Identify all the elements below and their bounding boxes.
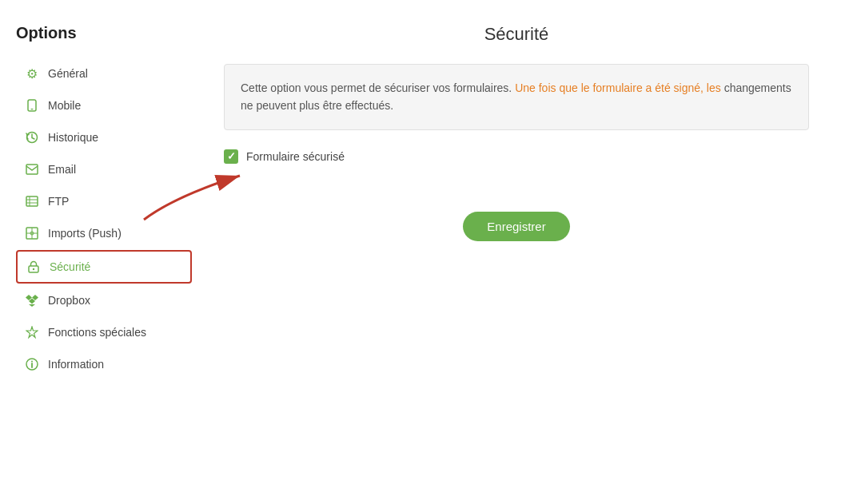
sidebar-item-label: Information xyxy=(48,358,104,371)
sidebar-item-label: Sécurité xyxy=(50,260,90,273)
sidebar-item-imports[interactable]: Imports (Push) xyxy=(16,218,192,248)
checkbox-securise[interactable] xyxy=(224,149,238,164)
svg-rect-1 xyxy=(31,109,34,109)
sidebar-item-label: FTP xyxy=(48,195,69,208)
dropbox-icon xyxy=(24,292,40,308)
save-btn-container: Enregistrer xyxy=(224,212,809,241)
sidebar-item-email[interactable]: Email xyxy=(16,154,192,185)
checkbox-row[interactable]: Formulaire sécurisé xyxy=(224,149,809,164)
sidebar-item-label: Historique xyxy=(48,131,98,144)
main-content: Sécurité Cette option vous permet de séc… xyxy=(192,16,841,488)
imports-icon xyxy=(24,225,40,241)
svg-marker-18 xyxy=(26,327,38,338)
sidebar-item-general[interactable]: ⚙ Général xyxy=(16,58,192,89)
save-button[interactable]: Enregistrer xyxy=(463,212,569,241)
sidebar-item-information[interactable]: Information xyxy=(16,349,192,379)
lock-icon xyxy=(26,259,42,275)
info-box: Cette option vous permet de sécuriser vo… xyxy=(224,64,809,130)
sidebar-item-dropbox[interactable]: Dropbox xyxy=(16,285,192,315)
svg-marker-17 xyxy=(29,304,35,307)
sidebar-item-historique[interactable]: Historique xyxy=(16,122,192,153)
svg-rect-3 xyxy=(26,165,38,174)
svg-rect-4 xyxy=(26,196,38,206)
sidebar-item-label: Dropbox xyxy=(48,294,90,307)
sidebar-item-label: Mobile xyxy=(48,99,81,112)
sidebar-item-label: Imports (Push) xyxy=(48,227,122,240)
sidebar-item-label: Fonctions spéciales xyxy=(48,326,146,339)
gear-icon: ⚙ xyxy=(24,65,40,81)
history-icon xyxy=(24,129,40,145)
ftp-icon xyxy=(24,193,40,209)
sidebar-item-fonctions[interactable]: Fonctions spéciales xyxy=(16,317,192,347)
mobile-icon xyxy=(24,97,40,113)
sidebar: Options ⚙ Général Mobile Historique Emai… xyxy=(16,16,192,488)
sidebar-item-securite[interactable]: Sécurité xyxy=(16,250,192,284)
sidebar-item-mobile[interactable]: Mobile xyxy=(16,90,192,121)
svg-point-21 xyxy=(31,361,33,363)
fonctions-icon xyxy=(24,324,40,340)
page-title: Sécurité xyxy=(224,24,809,45)
sidebar-item-ftp[interactable]: FTP xyxy=(16,186,192,216)
sidebar-title: Options xyxy=(16,24,192,42)
svg-point-13 xyxy=(33,268,34,270)
info-highlight: Une fois que le formulaire a été signé, … xyxy=(515,81,721,94)
sidebar-item-label: Email xyxy=(48,163,76,176)
info-text: Cette option vous permet de sécuriser vo… xyxy=(241,81,791,112)
email-icon xyxy=(24,161,40,177)
info-icon xyxy=(24,356,40,372)
checkbox-label: Formulaire sécurisé xyxy=(246,150,345,163)
sidebar-item-label: Général xyxy=(48,67,88,80)
